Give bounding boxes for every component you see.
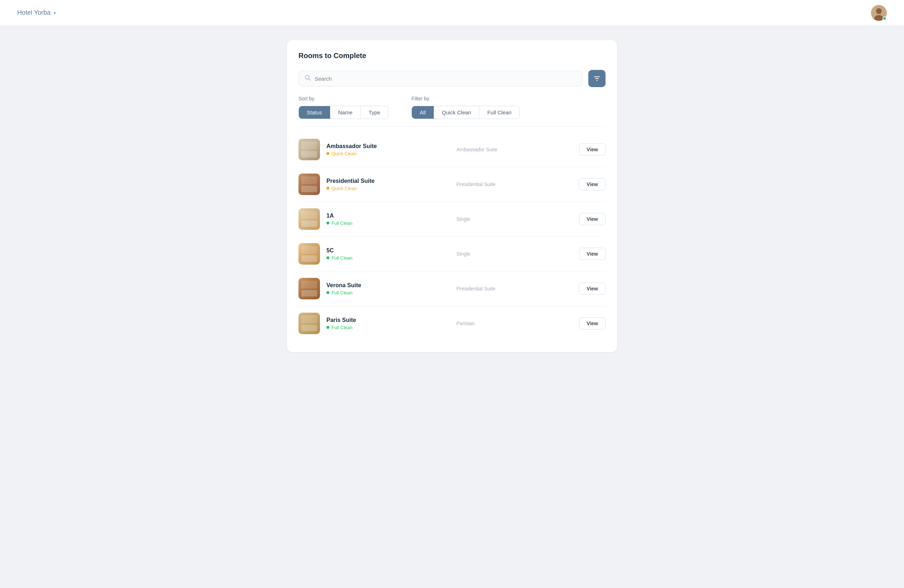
filter-button[interactable] [588, 70, 605, 87]
filter-quick-clean-button[interactable]: Quick Clean [434, 106, 480, 119]
search-input[interactable] [315, 76, 577, 82]
room-status: Full Clean [326, 290, 449, 295]
room-status: Full Clean [326, 325, 449, 330]
room-type: Presidential Suite [449, 286, 579, 292]
room-name: Verona Suite [326, 282, 449, 288]
room-type: Ambassador Suite [449, 147, 579, 152]
sort-name-button[interactable]: Name [330, 106, 361, 119]
room-name: 1A [326, 213, 449, 219]
room-info: 5C Full Clean [326, 247, 449, 261]
room-info: Verona Suite Full Clean [326, 282, 449, 295]
room-row: Ambassador Suite Quick Clean Ambassador … [299, 132, 605, 167]
user-avatar-wrapper[interactable] [871, 5, 887, 21]
room-name: Presidential Suite [326, 178, 449, 184]
room-info: Presidential Suite Quick Clean [326, 178, 449, 191]
status-label: Quick Clean [332, 186, 357, 191]
room-info: Ambassador Suite Quick Clean [326, 143, 449, 156]
filter-group: Filter by All Quick Clean Full Clean [411, 96, 520, 119]
header: Hotel Yorba ▾ [0, 0, 904, 26]
filter-full-clean-button[interactable]: Full Clean [479, 106, 520, 119]
status-label: Quick Clean [332, 151, 357, 156]
room-thumbnail [299, 278, 320, 300]
room-name: Paris Suite [326, 317, 449, 323]
divider [299, 126, 605, 126]
sort-type-button[interactable]: Type [361, 106, 389, 119]
sort-status-button[interactable]: Status [299, 106, 330, 119]
status-dot [326, 187, 329, 190]
room-status: Full Clean [326, 221, 449, 226]
status-label: Full Clean [332, 255, 352, 261]
status-dot [326, 152, 329, 155]
room-type: Single [449, 216, 579, 222]
search-box[interactable] [299, 71, 583, 87]
view-button[interactable]: View [579, 213, 605, 225]
room-status: Quick Clean [326, 151, 449, 156]
view-button[interactable]: View [579, 143, 605, 156]
room-thumbnail [299, 173, 320, 195]
filter-icon [593, 75, 601, 82]
search-icon [305, 74, 311, 82]
status-label: Full Clean [332, 221, 352, 226]
search-filter-row [299, 70, 605, 87]
brand-chevron: ▾ [54, 10, 56, 16]
room-type: Presidential Suite [449, 181, 579, 187]
room-info: 1A Full Clean [326, 213, 449, 226]
room-row: Paris Suite Full Clean Parisian View [299, 306, 605, 341]
view-button[interactable]: View [579, 317, 605, 329]
room-row: 5C Full Clean Single View [299, 236, 605, 271]
filter-all-button[interactable]: All [412, 106, 434, 119]
rooms-card: Rooms to Complete Sort by [287, 40, 617, 352]
sort-group: Sort by Status Name Type [299, 96, 389, 119]
sort-label: Sort by [299, 96, 389, 101]
brand-selector[interactable]: Hotel Yorba ▾ [17, 9, 56, 16]
filter-btn-group: All Quick Clean Full Clean [411, 106, 520, 119]
svg-point-1 [876, 8, 882, 14]
room-row: Presidential Suite Quick Clean President… [299, 167, 605, 202]
status-label: Full Clean [332, 325, 352, 330]
room-thumbnail [299, 139, 320, 160]
room-row: 1A Full Clean Single View [299, 202, 605, 236]
room-status: Full Clean [326, 255, 449, 261]
room-row: Verona Suite Full Clean Presidential Sui… [299, 271, 605, 306]
status-dot [326, 326, 329, 329]
room-type: Parisian [449, 320, 579, 326]
status-dot [326, 222, 329, 224]
view-button[interactable]: View [579, 282, 605, 295]
brand-name: Hotel Yorba [17, 9, 51, 16]
room-thumbnail [299, 208, 320, 230]
room-name: Ambassador Suite [326, 143, 449, 150]
room-name: 5C [326, 247, 449, 254]
main-content: Rooms to Complete Sort by [280, 40, 624, 352]
room-thumbnail [299, 243, 320, 265]
controls-row: Sort by Status Name Type Filter by All Q… [299, 96, 605, 119]
online-indicator [882, 16, 887, 20]
sort-btn-group: Status Name Type [299, 106, 389, 119]
room-type: Single [449, 251, 579, 257]
page-title: Rooms to Complete [299, 52, 605, 60]
status-dot [326, 291, 329, 294]
view-button[interactable]: View [579, 248, 605, 260]
room-info: Paris Suite Full Clean [326, 317, 449, 330]
status-label: Full Clean [332, 290, 352, 295]
room-list: Ambassador Suite Quick Clean Ambassador … [299, 132, 605, 341]
status-dot [326, 256, 329, 259]
room-thumbnail [299, 313, 320, 334]
svg-line-4 [309, 79, 311, 81]
view-button[interactable]: View [579, 178, 605, 191]
room-status: Quick Clean [326, 186, 449, 191]
filter-label: Filter by [411, 96, 520, 101]
